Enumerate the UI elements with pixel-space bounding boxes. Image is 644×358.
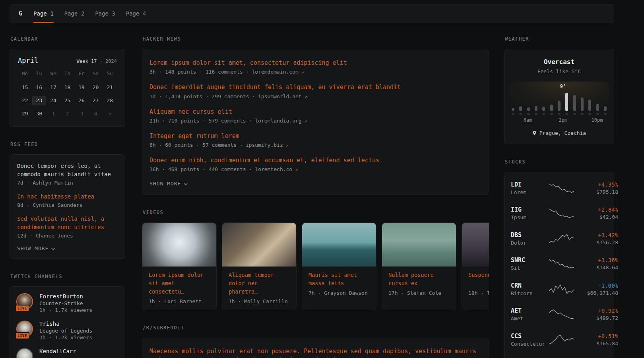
subreddit-post-title[interactable]: Maecenas mollis pulvinar erat non posuer…	[149, 347, 481, 358]
video-thumbnail[interactable]	[382, 223, 456, 267]
stock-row[interactable]: IIG Ipsum +2.84% $42.04	[511, 201, 607, 226]
stock-identity: DBS Dolor	[511, 232, 549, 246]
rss-item-title[interactable]: Donec tempor eros leo, ut commodo mauris…	[17, 162, 118, 179]
video-card[interactable]: Nullam posuere cursus ex 17h · Stefan Co…	[382, 222, 456, 310]
hn-story-title[interactable]: Aliquam nec cursus elit	[149, 108, 481, 116]
weather-hour-dot	[596, 113, 599, 115]
calendar-dow-label: We	[46, 71, 60, 76]
weather-hour-bar	[581, 97, 584, 111]
subreddit-card: Maecenas mollis pulvinar erat non posuer…	[142, 338, 489, 358]
weather-time-label: 10pm	[592, 117, 603, 123]
external-link-icon: ↗	[286, 142, 289, 148]
hn-story-title[interactable]: Donec imperdiet augue tincidunt felis al…	[149, 83, 481, 91]
stock-symbol[interactable]: AET	[511, 307, 549, 314]
video-title[interactable]: Mauris sit amet massa felis	[308, 271, 370, 288]
hn-story-stats: 6h · 60 points · 57 comments ·	[149, 142, 243, 148]
calendar-day: 19	[74, 83, 89, 92]
calendar-year: 2024	[105, 58, 117, 64]
stock-symbol[interactable]: LDI	[511, 181, 549, 188]
calendar-day: 1	[46, 109, 60, 119]
video-card[interactable]: Lorem ipsum dolor sit amet consectetu… 1…	[142, 222, 217, 310]
calendar-dow-label: Fr	[74, 71, 89, 76]
page-tab[interactable]: Page 3	[95, 4, 115, 23]
video-thumbnail[interactable]	[142, 223, 216, 267]
stock-row[interactable]: LDI Lorem +4.35% $795.18	[511, 175, 607, 201]
sparkline-path	[549, 209, 574, 218]
twitch-channel-row[interactable]: LIVE ForrestBurton Counter-Strike 1h · 1…	[16, 293, 118, 313]
weather-hour-dot	[512, 113, 514, 115]
calendar-month: April	[18, 56, 38, 64]
hackernews-widget-title: HACKER NEWS	[143, 36, 489, 42]
sparkline-path	[549, 335, 574, 344]
video-title[interactable]: Aliquam tempor dolor nec pharetra…	[229, 271, 290, 296]
twitch-channel-name[interactable]: Trisha	[39, 321, 92, 327]
page-tab[interactable]: Page 1	[33, 4, 54, 23]
stock-row[interactable]: CCS Consectetur +0.51% $165.84	[511, 327, 607, 352]
rss-item-title[interactable]: Sed volutpat nulla nisl, a condimentum n…	[17, 215, 118, 232]
rss-show-more-button[interactable]: SHOW MORE	[17, 245, 118, 251]
video-title[interactable]: Lorem ipsum dolor sit amet consectetu…	[149, 271, 210, 296]
hn-story-domain-link[interactable]: loremtech.co	[255, 166, 292, 172]
hn-show-more-button[interactable]: SHOW MORE	[149, 181, 481, 187]
calendar-day: 4	[89, 109, 103, 119]
calendar-day: 17	[46, 83, 60, 92]
weather-time-label: 2pm	[559, 117, 567, 123]
twitch-avatar-wrap: LIVE	[16, 348, 34, 358]
page-tab[interactable]: Page 4	[126, 4, 146, 23]
app-logo[interactable]: G	[19, 4, 22, 23]
video-thumbnail[interactable]	[302, 223, 376, 267]
page-tab[interactable]: Page 2	[64, 4, 85, 23]
stock-row[interactable]: AHS +0.46%	[511, 352, 607, 358]
stock-row[interactable]: CRN Bitcorn -1.00% $66,171.48	[511, 276, 607, 302]
hn-story: Lorem ipsum dolor sit amet, consectetur …	[149, 59, 481, 75]
stock-change: +1.36%	[574, 257, 618, 263]
sparkline-path	[549, 310, 574, 319]
stock-symbol[interactable]: CRN	[511, 282, 549, 289]
calendar-widget: CALENDAR April Week 17 · 2024 MoTuWeThFr…	[10, 36, 125, 127]
videos-widget: VIDEOS Lorem ipsum dolor sit amet consec…	[142, 210, 489, 310]
stock-change: +4.35%	[574, 181, 618, 188]
twitch-channel-game: Counter-Strike	[39, 300, 92, 306]
calendar-day: 27	[89, 96, 103, 105]
stock-row[interactable]: AET Amet +0.92% $499.72	[511, 302, 607, 327]
weather-hour-dot	[604, 113, 607, 115]
video-meta: 1h · Molly Carrillo	[229, 298, 290, 304]
hn-story-title[interactable]: Donec enim nibh, condimentum et accumsan…	[149, 156, 481, 164]
twitch-channel-game: League of Legends	[39, 328, 92, 334]
stock-row[interactable]: SNRC Sit +1.36% $148.64	[511, 251, 607, 277]
video-title[interactable]: Nullam posuere cursus ex	[388, 271, 450, 288]
hn-story-title[interactable]: Integer eget rutrum lorem	[149, 132, 481, 140]
twitch-channel-name[interactable]: ForrestBurton	[39, 293, 92, 300]
rss-item-title[interactable]: In hac habitasse platea	[17, 193, 118, 201]
twitch-channel-row[interactable]: LIVE KendallCarr	[16, 348, 118, 358]
hn-story-title[interactable]: Lorem ipsum dolor sit amet, consectetur …	[149, 59, 481, 67]
hn-story: Donec imperdiet augue tincidunt felis al…	[149, 83, 481, 99]
video-thumbnail[interactable]	[462, 223, 489, 267]
video-card[interactable]: Suspendisse diam 18h · Tara	[462, 222, 489, 310]
stock-symbol[interactable]: IIG	[511, 206, 549, 213]
video-thumbnail[interactable]	[222, 223, 296, 267]
external-link-icon: ↗	[301, 69, 304, 75]
weather-widget: WEATHER Overcast Feels like 5°C 9°	[504, 36, 614, 144]
hn-story-domain-link[interactable]: loremdomain.com	[252, 69, 298, 75]
video-card[interactable]: Aliquam tempor dolor nec pharetra… 1h · …	[222, 222, 297, 310]
stock-identity: CRN Bitcorn	[511, 282, 549, 296]
weather-hour-dot	[573, 113, 576, 115]
hn-story-domain-link[interactable]: ipsumworld.net	[258, 93, 302, 99]
video-card[interactable]: Mauris sit amet massa felis 7h · Grayson…	[302, 222, 376, 310]
calendar-widget-title: CALENDAR	[10, 36, 125, 42]
calendar-day: 23	[32, 96, 47, 105]
twitch-channel-info: ForrestBurton Counter-Strike 1h · 1.7k v…	[39, 293, 92, 313]
avatar	[16, 348, 33, 358]
calendar-day: 21	[103, 83, 117, 92]
twitch-channel-name[interactable]: KendallCarr	[39, 348, 76, 354]
hn-story-domain-link[interactable]: ipsumify.biz	[246, 142, 283, 148]
stock-symbol[interactable]: CCS	[511, 333, 549, 340]
stock-row[interactable]: DBS Dolor +1.42% $156.28	[511, 226, 607, 251]
stock-symbol[interactable]: DBS	[511, 232, 549, 239]
calendar-day: 30	[32, 109, 47, 119]
video-title[interactable]: Suspendisse diam	[468, 271, 489, 288]
stock-symbol[interactable]: SNRC	[511, 257, 549, 264]
twitch-channel-row[interactable]: LIVE Trisha League of Legends 3h · 1.2k …	[16, 321, 118, 340]
hn-story-domain-link[interactable]: loremlandia.org	[255, 118, 301, 124]
